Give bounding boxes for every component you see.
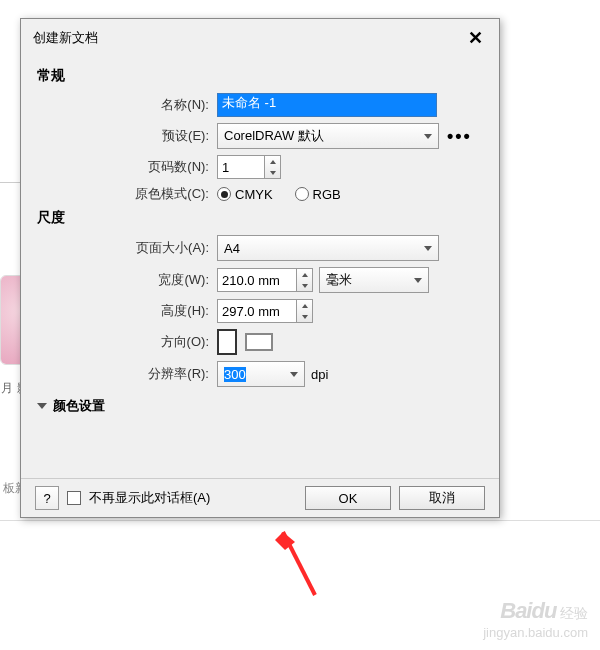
cancel-button[interactable]: 取消 [399,486,485,510]
spin-down-icon[interactable] [265,167,280,178]
preset-more-button[interactable]: ••• [447,126,472,147]
orientation-landscape[interactable] [245,333,273,351]
resolution-label: 分辨率(R): [37,365,217,383]
unit-combo[interactable]: 毫米 [319,267,429,293]
pages-label: 页码数(N): [37,158,217,176]
chevron-down-icon [290,372,298,377]
preset-combo[interactable]: CorelDRAW 默认 [217,123,439,149]
spin-down-icon[interactable] [297,280,312,291]
page-size-label: 页面大小(A): [37,239,217,257]
radio-rgb[interactable]: RGB [295,187,341,202]
dont-show-label[interactable]: 不再显示此对话框(A) [89,489,210,507]
width-spinner[interactable]: 210.0 mm [217,268,313,292]
ok-button[interactable]: OK [305,486,391,510]
radio-icon [217,187,231,201]
spin-up-icon[interactable] [297,300,312,311]
annotation-arrow [265,520,325,600]
help-button[interactable]: ? [35,486,59,510]
svg-line-0 [283,532,315,595]
radio-cmyk[interactable]: CMYK [217,187,273,202]
orientation-portrait[interactable] [217,329,237,355]
chevron-down-icon [424,134,432,139]
dialog-footer: ? 不再显示此对话框(A) OK 取消 [21,478,499,517]
chevron-down-icon [424,246,432,251]
spin-up-icon[interactable] [265,156,280,167]
color-mode-label: 原色模式(C): [37,185,217,203]
spin-up-icon[interactable] [297,269,312,280]
height-spinner[interactable]: 297.0 mm [217,299,313,323]
spin-down-icon[interactable] [297,311,312,322]
section-color-settings[interactable]: 颜色设置 [37,397,483,415]
svg-marker-1 [275,532,295,550]
section-general: 常规 [37,67,483,85]
section-size: 尺度 [37,209,483,227]
height-label: 高度(H): [37,302,217,320]
resolution-unit: dpi [311,367,328,382]
watermark: Baidu 经验 jingyan.baidu.com [483,597,588,642]
resolution-combo[interactable]: 300 [217,361,305,387]
titlebar: 创建新文档 ✕ [21,19,499,57]
orientation-label: 方向(O): [37,333,217,351]
page-size-combo[interactable]: A4 [217,235,439,261]
dialog-title: 创建新文档 [33,29,98,47]
dont-show-checkbox[interactable] [67,491,81,505]
new-document-dialog: 创建新文档 ✕ 常规 名称(N): 未命名 -1 预设(E): CorelDRA… [20,18,500,518]
name-input[interactable]: 未命名 -1 [217,93,437,117]
chevron-down-icon [414,278,422,283]
pages-spinner[interactable]: 1 [217,155,281,179]
radio-icon [295,187,309,201]
preset-label: 预设(E): [37,127,217,145]
close-button[interactable]: ✕ [463,27,487,49]
caret-down-icon [37,403,47,409]
width-label: 宽度(W): [37,271,217,289]
name-label: 名称(N): [37,96,217,114]
